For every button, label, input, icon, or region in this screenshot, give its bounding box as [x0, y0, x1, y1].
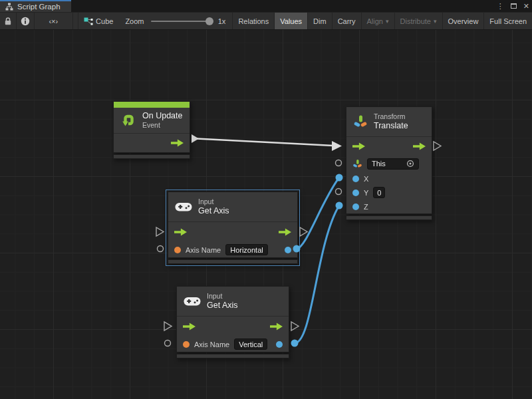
result-port-marker-connected[interactable]: [291, 340, 299, 347]
node-get-axis-vertical[interactable]: Input Get Axis Axis Name Vertical: [176, 286, 289, 358]
exec-output-port[interactable]: [279, 228, 291, 237]
toolbar-button-dim[interactable]: Dim: [308, 13, 332, 29]
exec-in-marker[interactable]: [164, 322, 172, 331]
node-subtitle: Event: [142, 121, 182, 130]
object-picker-icon[interactable]: [406, 160, 414, 168]
exec-input-port[interactable]: [174, 228, 187, 237]
node-translate[interactable]: Transform Translate This: [346, 106, 432, 220]
info-button[interactable]: [17, 13, 35, 29]
tab-script-graph[interactable]: Script Graph: [0, 0, 71, 12]
align-label: Align: [367, 17, 383, 25]
zoom-slider-thumb[interactable]: [205, 17, 213, 25]
node-footer: [346, 215, 432, 220]
toolbar-button-relations[interactable]: Relations: [233, 13, 275, 29]
axis-name-input-port[interactable]: [183, 341, 190, 348]
node-title: Translate: [374, 121, 408, 131]
y-value-field[interactable]: 0: [373, 187, 385, 198]
tab-title: Script Graph: [17, 3, 61, 11]
exec-input-port[interactable]: [352, 142, 365, 151]
graph-node-icon: [84, 17, 93, 26]
axis-name-port-marker[interactable]: [158, 246, 164, 252]
node-on-update[interactable]: On Update Event: [113, 101, 190, 159]
axis-name-port-marker[interactable]: [165, 340, 171, 346]
exec-in-marker[interactable]: [156, 227, 164, 236]
get-axis-h-value-row: Axis Name Horizontal: [168, 242, 297, 257]
translate-target-row: This: [346, 156, 432, 172]
node-footer: [113, 154, 190, 159]
axis-name-field[interactable]: Vertical: [234, 338, 267, 350]
wire-horizontal-to-x[interactable]: [297, 178, 339, 249]
graph-hierarchy-icon: [5, 3, 13, 11]
exec-out-marker[interactable]: [434, 142, 441, 150]
window-controls: ⋮ ✕: [497, 0, 529, 12]
toolbar-button-fullscreen[interactable]: Full Screen: [484, 13, 532, 29]
close-icon[interactable]: ✕: [523, 0, 529, 12]
toolbar-button-values[interactable]: Values: [275, 13, 308, 29]
lock-icon: [4, 17, 12, 26]
exec-connection-wire[interactable]: [197, 139, 333, 146]
z-port-label: Z: [364, 203, 368, 211]
node-footer: [176, 354, 289, 358]
distribute-label: Distribute: [400, 17, 431, 25]
target-object-field[interactable]: This: [367, 158, 419, 170]
on-update-exec-row: [114, 134, 190, 152]
translate-x-row: X: [346, 172, 432, 186]
y-input-port[interactable]: [352, 190, 359, 196]
node-get-axis-v-header: Input Get Axis: [177, 287, 289, 317]
result-output-port[interactable]: [276, 341, 283, 348]
node-translate-header: Transform Translate: [346, 107, 432, 137]
dropdown-arrow-icon: [434, 17, 437, 25]
toolbar-button-carry[interactable]: Carry: [332, 13, 362, 29]
y-port-label: Y: [364, 189, 368, 197]
collapse-ports-button[interactable]: ‹×›: [35, 13, 73, 29]
target-object-value: This: [372, 160, 386, 168]
translate-y-row: Y 0: [346, 186, 432, 200]
result-output-port[interactable]: [285, 247, 291, 253]
on-update-loop-icon: [120, 112, 136, 128]
z-port-marker-connected[interactable]: [336, 202, 343, 209]
toolbar-button-distribute[interactable]: Distribute: [395, 13, 443, 29]
exec-output-port[interactable]: [171, 139, 184, 148]
node-category: Input: [198, 198, 229, 206]
node-category: Transform: [374, 112, 408, 121]
menu-icon[interactable]: ⋮: [497, 0, 504, 12]
transform-mini-icon: [352, 159, 362, 169]
exec-out-marker[interactable]: [300, 227, 307, 236]
dropdown-arrow-icon: [386, 17, 389, 25]
node-on-update-titles: On Update Event: [142, 111, 182, 130]
exec-output-port[interactable]: [270, 323, 283, 331]
titlebar: Script Graph ⋮ ✕: [0, 0, 532, 12]
info-icon: [21, 17, 30, 26]
z-input-port[interactable]: [352, 203, 359, 210]
angle-cross-icon: ‹×›: [49, 17, 58, 25]
exec-out-marker[interactable]: [291, 322, 299, 331]
get-axis-h-exec-row: [168, 222, 297, 242]
node-footer: [168, 259, 298, 264]
target-port-marker[interactable]: [336, 160, 342, 166]
graph-toolbar: ‹×› Cube Zoom 1x Relations Values Dim Ca…: [0, 12, 532, 30]
exec-output-port[interactable]: [413, 142, 426, 151]
exec-input-port[interactable]: [183, 323, 196, 331]
get-axis-v-exec-row: [177, 317, 289, 336]
axis-name-field[interactable]: Horizontal: [225, 244, 268, 255]
zoom-slider[interactable]: [151, 21, 211, 22]
node-get-axis-v-titles: Input Get Axis: [207, 292, 238, 311]
wire-vertical-to-z[interactable]: [295, 205, 339, 343]
x-port-marker-connected[interactable]: [336, 174, 343, 182]
node-get-axis-horizontal[interactable]: Input Get Axis Axis Name Horizontal: [168, 192, 298, 264]
axis-name-input-port[interactable]: [174, 247, 181, 253]
node-category: Input: [207, 292, 238, 301]
x-input-port[interactable]: [352, 176, 359, 182]
node-get-axis-v-body: Input Get Axis Axis Name Vertical: [176, 286, 289, 352]
node-translate-body: Transform Translate This: [346, 106, 432, 214]
graph-canvas[interactable]: On Update Event: [0, 30, 532, 399]
maximize-icon[interactable]: [511, 3, 517, 9]
y-port-marker[interactable]: [336, 189, 342, 195]
lock-button[interactable]: [0, 13, 17, 29]
toolbar-button-overview[interactable]: Overview: [443, 13, 485, 29]
node-on-update-header: On Update Event: [114, 108, 190, 134]
toolbar-button-align[interactable]: Align: [362, 13, 395, 29]
graph-owner-button[interactable]: Cube: [78, 13, 118, 29]
transform-axes-icon: [353, 114, 368, 129]
axis-name-label: Axis Name: [186, 246, 221, 254]
